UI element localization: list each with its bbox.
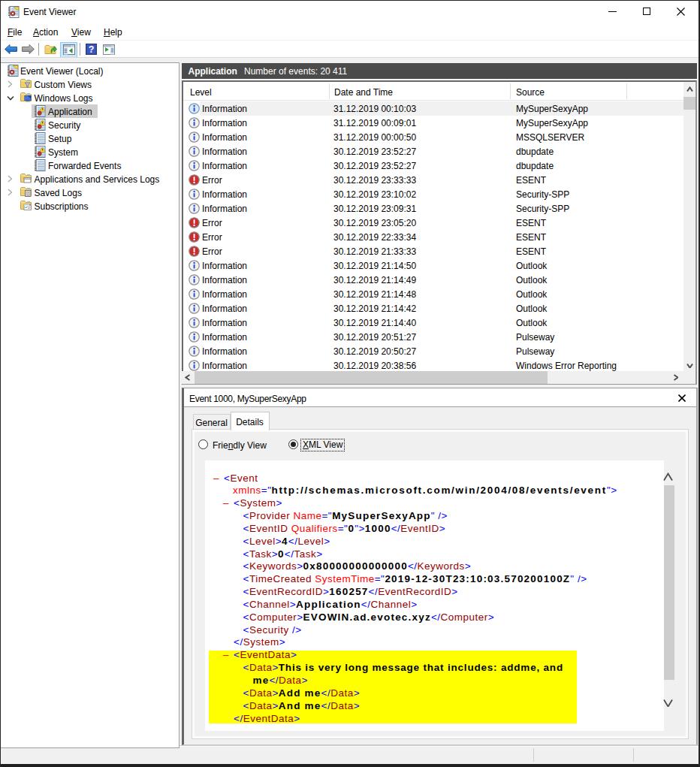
svg-text:?: ? (89, 44, 95, 55)
